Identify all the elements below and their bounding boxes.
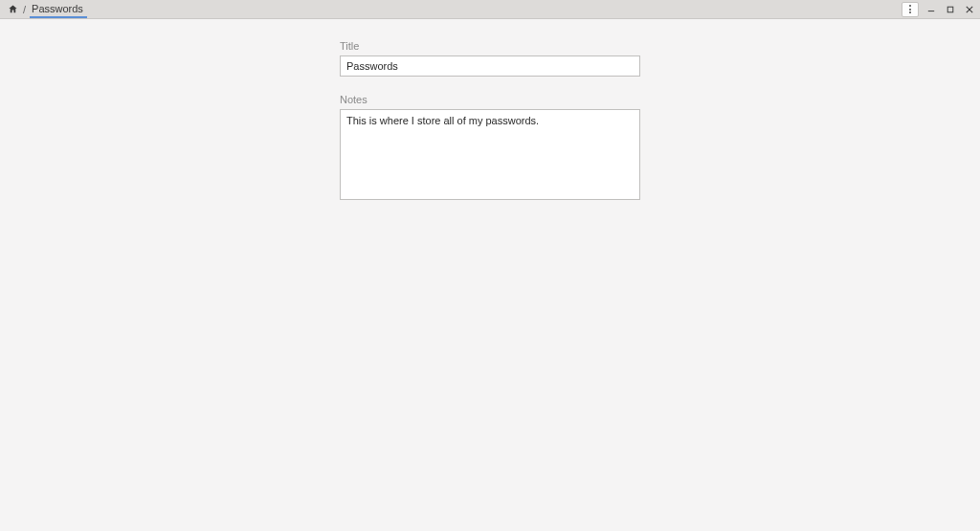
breadcrumb-current[interactable]: Passwords: [30, 0, 87, 18]
home-icon[interactable]: [6, 3, 19, 16]
breadcrumb: / Passwords: [6, 0, 87, 18]
titlebar: / Passwords: [0, 0, 980, 19]
menu-button[interactable]: [902, 2, 919, 17]
notes-label: Notes: [340, 94, 640, 105]
breadcrumb-separator: /: [23, 4, 26, 15]
notes-textarea[interactable]: [340, 109, 640, 200]
close-button[interactable]: [963, 3, 976, 16]
svg-rect-1: [947, 7, 953, 12]
title-label: Title: [340, 40, 640, 52]
minimize-button[interactable]: [924, 3, 938, 16]
maximize-button[interactable]: [944, 3, 957, 16]
edit-form: Title Notes: [340, 40, 640, 203]
title-input[interactable]: [340, 55, 640, 77]
kebab-icon: [909, 5, 911, 13]
main-content: Title Notes: [0, 19, 980, 203]
window-controls: [902, 2, 976, 17]
